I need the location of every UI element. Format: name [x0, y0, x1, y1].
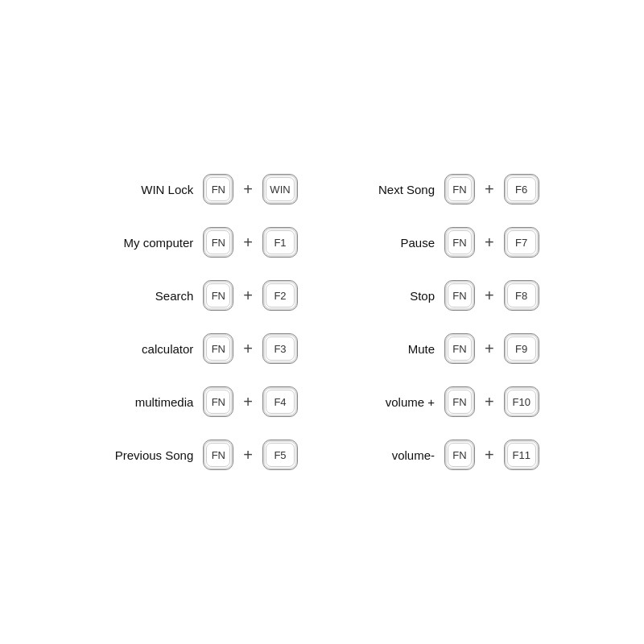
label-calculator: calculator	[105, 342, 193, 356]
label-stop: Stop	[346, 289, 435, 303]
key-f8-stop: F8	[504, 280, 539, 311]
plus-stop: +	[485, 287, 494, 303]
key-f7-pause: F7	[504, 227, 539, 258]
key-f6-next-song: F6	[504, 174, 539, 204]
key-fn-search: FN	[203, 280, 233, 311]
key-f3-calculator: F3	[262, 333, 298, 364]
shortcut-guide: WIN LockFN+WINMy computerFN+F1SearchFN+F…	[72, 142, 571, 502]
shortcut-volume-up: volume +FN+F10	[346, 386, 539, 417]
key-f10-volume-up: F10	[504, 386, 539, 417]
key-fn-stop: FN	[444, 280, 475, 311]
plus-win-lock: +	[243, 181, 253, 197]
shortcut-stop: StopFN+F8	[346, 280, 539, 311]
label-mute: Mute	[346, 342, 435, 356]
shortcut-mute: MuteFN+F9	[346, 333, 539, 364]
shortcut-volume-dn: volume-FN+F11	[346, 440, 539, 470]
plus-calculator: +	[243, 341, 253, 357]
plus-next-song: +	[485, 181, 494, 197]
key-fn-mute: FN	[444, 333, 475, 364]
label-multimedia: multimedia	[105, 395, 193, 409]
key-f1-my-computer: F1	[262, 227, 298, 258]
shortcut-calculator: calculatorFN+F3	[105, 333, 298, 364]
key-fn-my-computer: FN	[203, 227, 233, 258]
plus-multimedia: +	[243, 394, 253, 410]
shortcut-next-song: Next SongFN+F6	[346, 174, 539, 204]
key-f5-previous-song: F5	[262, 440, 298, 470]
key-f4-multimedia: F4	[262, 386, 298, 417]
plus-mute: +	[485, 341, 494, 357]
key-f2-search: F2	[262, 280, 298, 311]
key-fn-calculator: FN	[203, 333, 233, 364]
key-fn-volume-dn: FN	[444, 440, 475, 470]
label-next-song: Next Song	[346, 183, 435, 196]
label-previous-song: Previous Song	[105, 448, 193, 462]
label-pause: Pause	[346, 236, 435, 250]
shortcut-my-computer: My computerFN+F1	[105, 227, 298, 258]
shortcut-pause: PauseFN+F7	[346, 227, 539, 258]
key-f9-mute: F9	[504, 333, 539, 364]
plus-volume-up: +	[485, 394, 494, 410]
plus-volume-dn: +	[485, 447, 494, 463]
key-fn-multimedia: FN	[203, 386, 233, 417]
key-fn-pause: FN	[444, 227, 475, 258]
shortcut-multimedia: multimediaFN+F4	[105, 386, 298, 417]
label-volume-up: volume +	[346, 395, 435, 409]
label-my-computer: My computer	[105, 236, 193, 250]
key-f11-volume-dn: F11	[504, 440, 539, 470]
left-column: WIN LockFN+WINMy computerFN+F1SearchFN+F…	[105, 174, 298, 470]
label-volume-dn: volume-	[346, 448, 435, 462]
key-fn-win-lock: FN	[203, 174, 233, 204]
plus-pause: +	[485, 234, 494, 250]
label-win-lock: WIN Lock	[105, 183, 193, 196]
label-search: Search	[105, 289, 193, 303]
shortcut-win-lock: WIN LockFN+WIN	[105, 174, 298, 204]
key-fn-previous-song: FN	[203, 440, 233, 470]
right-column: Next SongFN+F6PauseFN+F7StopFN+F8MuteFN+…	[346, 174, 539, 470]
key-fn-volume-up: FN	[444, 386, 475, 417]
shortcut-search: SearchFN+F2	[105, 280, 298, 311]
shortcut-previous-song: Previous SongFN+F5	[105, 440, 298, 470]
plus-my-computer: +	[243, 234, 253, 250]
plus-previous-song: +	[243, 447, 253, 463]
key-win-win-lock: WIN	[262, 174, 298, 204]
plus-search: +	[243, 287, 253, 303]
key-fn-next-song: FN	[444, 174, 475, 204]
